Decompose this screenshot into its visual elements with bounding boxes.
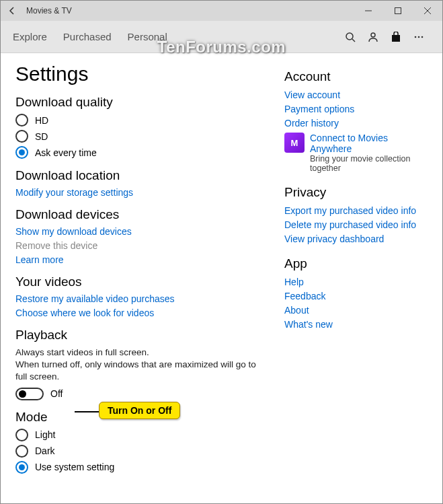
download-location-heading: Download location — [15, 168, 264, 183]
window-title: Movies & TV — [26, 6, 72, 15]
movies-anywhere-icon: M — [284, 133, 305, 153]
toggle-state: Off — [50, 388, 63, 399]
modify-storage-link[interactable]: Modify your storage settings — [15, 187, 264, 198]
movies-anywhere-sub: Bring your movie collection together — [310, 154, 428, 173]
movies-anywhere-title: Connect to Movies Anywhere — [310, 133, 428, 154]
playback-toggle[interactable] — [15, 388, 44, 400]
choose-folders-link[interactable]: Choose where we look for videos — [15, 308, 264, 318]
export-info-link[interactable]: Export my purchased video info — [284, 205, 428, 216]
show-devices-link[interactable]: Show my download devices — [15, 226, 264, 237]
maximize-button[interactable] — [383, 1, 413, 21]
tab-personal[interactable]: Personal — [128, 31, 167, 42]
movies-anywhere-row[interactable]: M Connect to Movies Anywhere Bring your … — [284, 133, 428, 173]
remove-device-link: Remove this device — [15, 240, 264, 251]
svg-point-8 — [421, 36, 424, 38]
callout-label: Turn On or Off — [99, 402, 180, 419]
radio-label: Dark — [35, 445, 55, 456]
svg-point-4 — [371, 33, 375, 37]
app-heading: App — [284, 256, 428, 271]
callout-line — [75, 411, 102, 412]
radio-label: Light — [35, 429, 55, 440]
order-history-link[interactable]: Order history — [284, 118, 428, 129]
help-link[interactable]: Help — [284, 277, 428, 287]
search-icon[interactable] — [339, 32, 362, 42]
whats-new-link[interactable]: What's new — [284, 319, 428, 330]
tab-purchased[interactable]: Purchased — [63, 31, 112, 42]
view-account-link[interactable]: View account — [284, 89, 428, 100]
minimize-button[interactable] — [354, 1, 383, 21]
download-devices-heading: Download devices — [15, 207, 264, 222]
titlebar: Movies & TV — [1, 1, 442, 21]
restore-purchases-link[interactable]: Restore my available video purchases — [15, 293, 264, 304]
svg-point-2 — [346, 33, 353, 40]
privacy-dashboard-link[interactable]: View privacy dashboard — [284, 233, 428, 244]
radio-label: HD — [35, 115, 48, 126]
radio-system[interactable]: Use system setting — [15, 461, 264, 474]
radio-hd[interactable]: HD — [15, 114, 264, 127]
download-quality-heading: Download quality — [15, 95, 264, 110]
top-nav: Explore Purchased Personal — [1, 21, 442, 53]
user-icon[interactable] — [362, 32, 385, 42]
about-link[interactable]: About — [284, 305, 428, 316]
radio-label: Ask every time — [35, 147, 97, 158]
svg-point-6 — [415, 36, 417, 38]
learn-more-link[interactable]: Learn more — [15, 254, 264, 265]
your-videos-heading: Your videos — [15, 275, 264, 289]
privacy-heading: Privacy — [284, 185, 428, 200]
radio-light[interactable]: Light — [15, 429, 264, 441]
close-button[interactable] — [413, 1, 442, 21]
delete-info-link[interactable]: Delete my purchased video info — [284, 219, 428, 230]
svg-rect-5 — [392, 35, 400, 42]
account-heading: Account — [284, 69, 428, 84]
more-icon[interactable] — [407, 32, 430, 42]
playback-heading: Playback — [15, 328, 264, 343]
page-title: Settings — [15, 63, 264, 85]
playback-desc-1: Always start videos in full screen. — [15, 347, 264, 359]
radio-ask[interactable]: Ask every time — [15, 146, 264, 159]
radio-label: SD — [35, 131, 48, 142]
svg-rect-1 — [395, 8, 401, 14]
svg-line-3 — [352, 39, 355, 42]
radio-sd[interactable]: SD — [15, 130, 264, 143]
back-button[interactable] — [5, 3, 19, 18]
playback-desc-2: When turned off, only windows that are m… — [15, 359, 264, 383]
payment-options-link[interactable]: Payment options — [284, 104, 428, 114]
tab-explore[interactable]: Explore — [13, 31, 47, 42]
store-icon[interactable] — [385, 32, 407, 42]
radio-dark[interactable]: Dark — [15, 445, 264, 458]
feedback-link[interactable]: Feedback — [284, 291, 428, 301]
svg-point-7 — [418, 36, 420, 38]
radio-label: Use system setting — [35, 462, 114, 472]
